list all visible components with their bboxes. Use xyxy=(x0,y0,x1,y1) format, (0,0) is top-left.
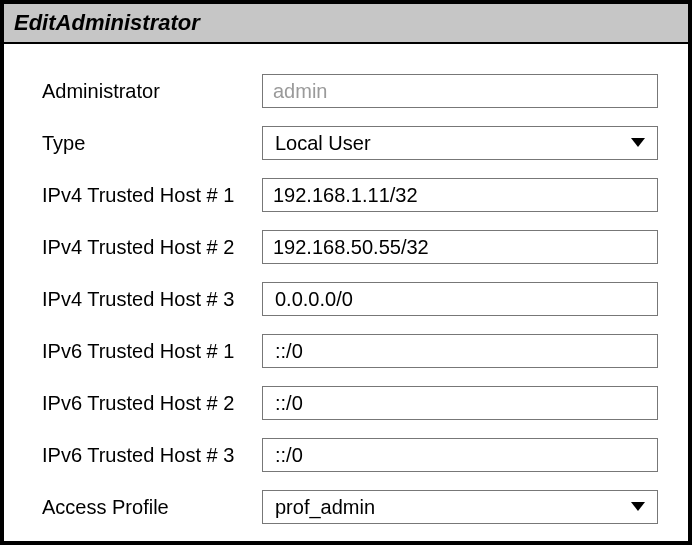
titlebar: EditAdministrator xyxy=(4,4,688,44)
ipv6-host-2-input[interactable] xyxy=(262,386,658,420)
label-ipv4-host-2: IPv4 Trusted Host # 2 xyxy=(42,236,262,259)
access-profile-select-value: prof_admin xyxy=(275,496,375,519)
row-ipv4-host-1: IPv4 Trusted Host # 1 xyxy=(42,178,658,212)
row-access-profile: Access Profile prof_admin xyxy=(42,490,658,524)
label-ipv6-host-2: IPv6 Trusted Host # 2 xyxy=(42,392,262,415)
label-ipv6-host-3: IPv6 Trusted Host # 3 xyxy=(42,444,262,467)
type-select[interactable]: Local User xyxy=(262,126,658,160)
form-area: Administrator Type Local User IPv4 Trust… xyxy=(4,44,688,545)
type-select-value: Local User xyxy=(275,132,371,155)
chevron-down-icon xyxy=(631,138,645,148)
label-ipv6-host-1: IPv6 Trusted Host # 1 xyxy=(42,340,262,363)
edit-administrator-window: EditAdministrator Administrator Type Loc… xyxy=(0,0,692,545)
ipv6-host-1-input[interactable] xyxy=(262,334,658,368)
ipv4-host-3-input[interactable] xyxy=(262,282,658,316)
svg-marker-1 xyxy=(631,502,645,511)
label-type: Type xyxy=(42,132,262,155)
row-ipv6-host-3: IPv6 Trusted Host # 3 xyxy=(42,438,658,472)
label-ipv4-host-1: IPv4 Trusted Host # 1 xyxy=(42,184,262,207)
administrator-input xyxy=(262,74,658,108)
label-administrator: Administrator xyxy=(42,80,262,103)
chevron-down-icon xyxy=(631,502,645,512)
row-ipv4-host-3: IPv4 Trusted Host # 3 xyxy=(42,282,658,316)
label-ipv4-host-3: IPv4 Trusted Host # 3 xyxy=(42,288,262,311)
row-administrator: Administrator xyxy=(42,74,658,108)
row-ipv6-host-2: IPv6 Trusted Host # 2 xyxy=(42,386,658,420)
label-access-profile: Access Profile xyxy=(42,496,262,519)
row-ipv4-host-2: IPv4 Trusted Host # 2 xyxy=(42,230,658,264)
svg-marker-0 xyxy=(631,138,645,147)
window-title: EditAdministrator xyxy=(14,10,200,35)
ipv4-host-2-input[interactable] xyxy=(262,230,658,264)
row-type: Type Local User xyxy=(42,126,658,160)
ipv6-host-3-input[interactable] xyxy=(262,438,658,472)
row-ipv6-host-1: IPv6 Trusted Host # 1 xyxy=(42,334,658,368)
ipv4-host-1-input[interactable] xyxy=(262,178,658,212)
access-profile-select[interactable]: prof_admin xyxy=(262,490,658,524)
